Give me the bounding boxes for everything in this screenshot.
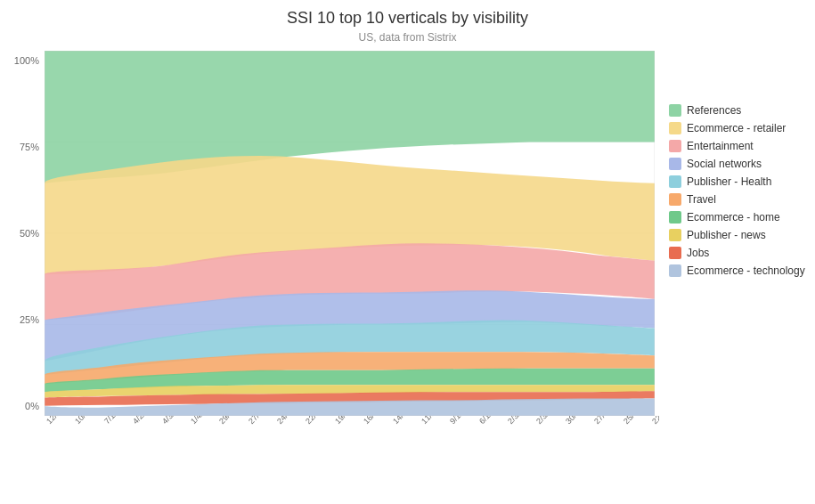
legend-label: Jobs <box>687 247 709 259</box>
legend-color-swatch <box>669 122 681 134</box>
x-axis-label: 9/12/2023 <box>448 416 479 426</box>
legend-color-swatch <box>669 140 681 152</box>
x-axis-label: 22/06/2024 <box>650 416 659 426</box>
plot-and-legend: References Ecommerce - retailer Entertai… <box>45 51 815 416</box>
legend-label: Ecommerce - retailer <box>687 122 786 134</box>
legend-item: Publisher - news <box>669 229 815 241</box>
legend-label: Social networks <box>687 158 762 170</box>
legend-item: Travel <box>669 193 815 206</box>
chart-subtitle: US, data from Sistrix <box>0 31 815 44</box>
legend-color-swatch <box>669 158 681 170</box>
legend-label: Publisher - Health <box>687 175 771 188</box>
legend-label: Publisher - news <box>687 229 766 241</box>
legend-item: Social networks <box>669 158 815 170</box>
x-axis-label: 1/4/2023 <box>189 416 217 426</box>
legend-item: Ecommerce - technology <box>669 264 815 277</box>
legend-item: Entertainment <box>669 140 815 152</box>
legend-label: Entertainment <box>687 140 754 152</box>
x-axis-label: 6/1/2024 <box>477 416 506 426</box>
x-axis-label: 4/3/2023 <box>160 416 189 426</box>
legend-label: Travel <box>687 193 716 206</box>
x-axis-label: 27/04/2024 <box>592 416 627 426</box>
legend-color-swatch <box>669 211 681 224</box>
y-label-75: 75% <box>20 142 39 152</box>
legend-item: Ecommerce - home <box>669 211 815 224</box>
plot-wrapper <box>45 51 655 416</box>
x-axis-label: 2/3/2024 <box>506 416 534 426</box>
legend-color-swatch <box>669 229 681 241</box>
x-axis-label: 16/9/2023 <box>362 416 393 426</box>
legend: References Ecommerce - retailer Entertai… <box>655 51 815 416</box>
legend-label: Ecommerce - home <box>687 211 780 224</box>
y-label-100: 100% <box>14 55 39 66</box>
y-label-0: 0% <box>25 401 39 411</box>
chart-title: SSI 10 top 10 verticals by visibility <box>0 9 815 28</box>
legend-item: Ecommerce - retailer <box>669 122 815 134</box>
x-axis-label: 4/2/2023 <box>131 416 159 426</box>
y-axis: 100% 75% 50% 25% 0% <box>9 55 45 411</box>
y-label-50: 50% <box>20 228 39 239</box>
legend-color-swatch <box>669 193 681 206</box>
chart-container: SSI 10 top 10 verticals by visibility US… <box>0 0 815 504</box>
legend-item: References <box>669 104 815 117</box>
legend-label: Ecommerce - technology <box>687 264 805 277</box>
chart-svg <box>45 51 655 416</box>
legend-color-swatch <box>669 264 681 277</box>
legend-item: Jobs <box>669 247 815 259</box>
legend-color-swatch <box>669 175 681 188</box>
legend-item: Publisher - Health <box>669 175 815 188</box>
x-axis-label: 2/3/2024 <box>534 416 563 426</box>
y-label-25: 25% <box>20 314 39 325</box>
x-axis-label: 7/1/2023 <box>102 416 131 426</box>
x-axis: 12/11/202210/12/20227/1/20234/2/20234/3/… <box>45 416 659 478</box>
legend-color-swatch <box>669 104 681 117</box>
legend-color-swatch <box>669 247 681 259</box>
x-axis-label: 25/5/2024 <box>622 416 653 426</box>
legend-label: References <box>687 104 741 117</box>
